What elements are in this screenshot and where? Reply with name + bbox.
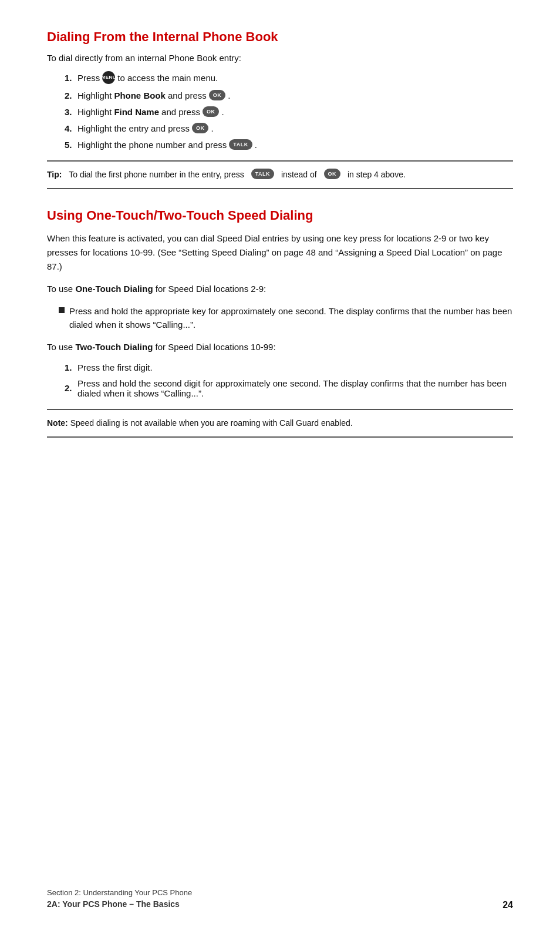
two-touch-bold: Two-Touch Dialing (75, 342, 153, 352)
one-touch-bold: One-Touch Dialing (75, 284, 153, 294)
footer-section-bold: 2A: Your PCS Phone – The Basics (47, 898, 192, 911)
ok-button-step2: OK (209, 90, 226, 100)
step-4-num: 4. (65, 123, 77, 133)
note-text: Speed dialing is not available when you … (70, 418, 353, 428)
two-touch-intro: To use Two-Touch Dialing for Speed Dial … (47, 340, 513, 354)
step-2: 2. Highlight Phone Book and press OK . (65, 90, 513, 100)
one-touch-intro-after: for Speed Dial locations 2-9: (156, 284, 266, 294)
talk-button-step5: TALK (229, 139, 252, 150)
two-touch-step-1-text: Press the first digit. (77, 362, 153, 372)
step-5-before: Highlight the phone number and press (77, 140, 227, 150)
footer-page-number: 24 (502, 900, 513, 911)
two-touch-intro-after: for Speed Dial locations 10-99: (155, 342, 275, 352)
section2: Using One-Touch/Two-Touch Speed Dialing … (47, 208, 513, 438)
step-2-num: 2. (65, 90, 77, 100)
step-1-after: to access the main menu. (117, 73, 218, 83)
bullet-icon (59, 307, 65, 313)
step-2-before: Highlight (77, 90, 112, 100)
tip-ok-button: OK (324, 169, 341, 179)
one-touch-bullet-text: Press and hold the appropriate key for a… (69, 304, 513, 332)
one-touch-list: Press and hold the appropriate key for a… (59, 304, 513, 332)
tip-box: Tip: To dial the first phone number in t… (47, 160, 513, 189)
section2-title: Using One-Touch/Two-Touch Speed Dialing (47, 208, 513, 223)
step-4: 4. Highlight the entry and press OK . (65, 123, 513, 133)
one-touch-intro: To use One-Touch Dialing for Speed Dial … (47, 282, 513, 296)
two-touch-step-1: 1. Press the first digit. (65, 362, 513, 372)
menu-button-step1: MENU (102, 71, 115, 84)
step-1-num: 1. (65, 73, 77, 83)
step-3-middle: and press (161, 107, 200, 117)
step-4-after: . (211, 123, 213, 133)
two-touch-step-1-num: 1. (65, 362, 77, 372)
step-1-before: Press (77, 73, 100, 83)
one-touch-bullet-item: Press and hold the appropriate key for a… (59, 304, 513, 332)
section2-intro: When this feature is activated, you can … (47, 231, 513, 274)
step-3-bold: Find Name (114, 107, 159, 117)
step-1-text: Press MENU to access the main menu. (77, 71, 218, 84)
step-5-after: . (255, 140, 257, 150)
two-touch-steps: 1. Press the first digit. 2. Press and h… (65, 362, 513, 398)
ok-button-step3: OK (203, 106, 220, 117)
tip-talk-button: TALK (251, 169, 274, 179)
footer-section-label: Section 2: Understanding Your PCS Phone (47, 887, 192, 899)
section1-title: Dialing From the Internal Phone Book (47, 29, 513, 45)
step-2-after: . (228, 90, 230, 100)
step-3-after: . (221, 107, 224, 117)
footer-left: Section 2: Understanding Your PCS Phone … (47, 887, 192, 911)
step-4-text: Highlight the entry and press OK . (77, 123, 214, 133)
step-3: 3. Highlight Find Name and press OK . (65, 106, 513, 117)
step-5-text: Highlight the phone number and press TAL… (77, 139, 257, 150)
step-3-before: Highlight (77, 107, 112, 117)
two-touch-step-2-num: 2. (65, 383, 77, 393)
tip-text-middle: instead of (281, 169, 317, 181)
step-2-text: Highlight Phone Book and press OK . (77, 90, 230, 100)
step-3-text: Highlight Find Name and press OK . (77, 106, 224, 117)
tip-text-before: To dial the first phone number in the en… (69, 169, 244, 181)
footer: Section 2: Understanding Your PCS Phone … (47, 887, 513, 911)
tip-text-after: in step 4 above. (348, 169, 406, 181)
step-3-num: 3. (65, 107, 77, 117)
step-1: 1. Press MENU to access the main menu. (65, 71, 513, 84)
two-touch-step-2: 2. Press and hold the second digit for a… (65, 378, 513, 398)
one-touch-intro-before: To use (47, 284, 73, 294)
section1-intro: To dial directly from an internal Phone … (47, 53, 513, 63)
section1: Dialing From the Internal Phone Book To … (47, 29, 513, 189)
step-5: 5. Highlight the phone number and press … (65, 139, 513, 150)
step-4-before: Highlight the entry and press (77, 123, 190, 133)
ok-button-step4: OK (192, 123, 209, 133)
tip-label: Tip: (47, 169, 62, 181)
two-touch-intro-before: To use (47, 342, 73, 352)
two-touch-step-2-text: Press and hold the second digit for appr… (77, 378, 513, 398)
section1-steps: 1. Press MENU to access the main menu. 2… (65, 71, 513, 150)
step-2-bold: Phone Book (114, 90, 166, 100)
step-2-middle: and press (168, 90, 207, 100)
note-box: Note: Speed dialing is not available whe… (47, 409, 513, 438)
note-label: Note: (47, 418, 68, 428)
step-5-num: 5. (65, 140, 77, 150)
